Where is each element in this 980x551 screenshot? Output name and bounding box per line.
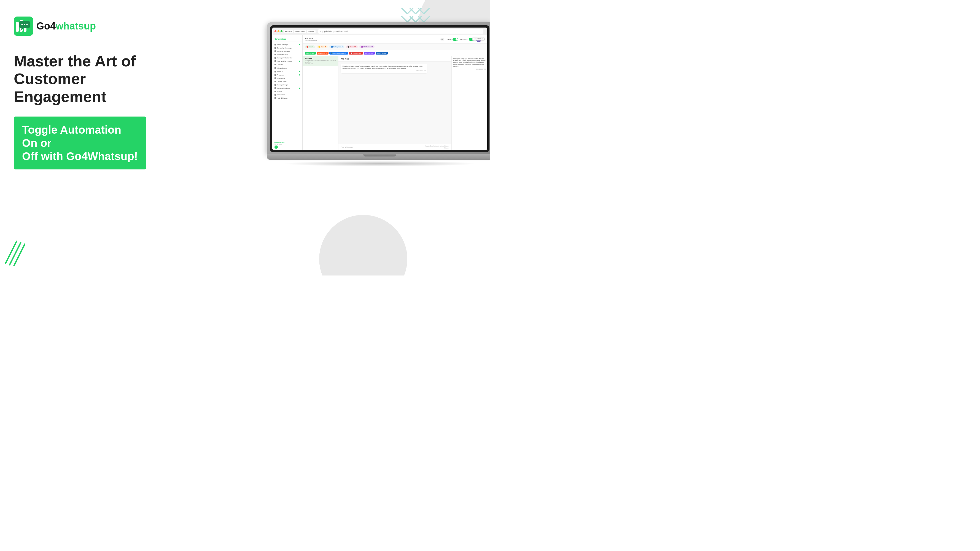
help-icon [275,97,276,99]
stripes-decoration [3,238,25,267]
logo-icon [14,16,33,36]
sidebar-item-campaign[interactable]: Campaign Message [272,46,302,49]
browser-tab[interactable]: Various admin [294,30,306,33]
template-icon [275,51,276,52]
profile-icon [275,91,276,92]
laptop-base [267,154,490,160]
logo-text: Go4whatsup [37,21,96,32]
sidebar-item-contact[interactable]: Contact Us [272,93,302,97]
sidebar-item-chatbot[interactable]: Chatbot [272,63,302,66]
laptop-screen: Alert Logs Various admin Stay with app.g… [272,27,487,150]
browser-chrome: Alert Logs Various admin Stay with app.g… [272,27,487,35]
chatbot-toggle[interactable]: Chatbot [446,38,458,41]
cta-banner: Toggle Automation On or Off with Go4What… [14,116,146,170]
sidebar-brand: Go4whatsup [275,38,300,40]
browser-maximize-dot[interactable] [280,30,283,32]
package-icon [275,87,276,89]
chat-item-anu[interactable]: Anu Mam Description is any type of commu… [302,56,338,66]
status-closed[interactable]: ⚫ Closed 0 [346,46,358,48]
sidebar-item-help[interactable]: Help & Support [272,97,302,100]
sidebar-dot [299,87,300,89]
sidebar-item-integrations[interactable]: Integrations ▾ [272,66,302,70]
laptop-lid: Alert Logs Various admin Stay with app.g… [267,22,490,154]
toggle-knob [455,38,458,41]
topbar-username: anu mam [305,38,317,40]
sales-icon [275,71,276,73]
tab-facebook[interactable]: 📘 Facebook Leads ✕ [329,52,348,54]
tab-testimonials[interactable]: 📋 Testimonials [349,52,363,54]
chat-input-placeholder[interactable]: Type a Message [340,146,425,148]
browser-tabs: Alert Logs Various admin Stay with [283,30,315,33]
chat-messages: Description is any type of communication… [339,62,452,144]
right-panel-description: Description is any type of communication… [453,58,485,68]
browser-tab[interactable]: Stay with [307,30,315,33]
browser-tab[interactable]: Alert Logs [283,30,293,33]
svg-rect-4 [16,22,19,32]
app-main: anu mam +918000997444 IM Chatbot [302,35,487,150]
sidebar-item-roles[interactable]: Role and Permission [272,59,302,63]
browser-minimize-dot[interactable] [277,30,280,32]
chat-time: 8/9/2024 2:24 [305,63,336,65]
tab-in-progress[interactable]: In Progress [364,52,375,54]
loyalty-icon [275,81,276,83]
chat-preview: Description is any type of communication… [305,59,336,63]
topbar-badge: IM [441,38,444,41]
sidebar-dot [299,44,300,45]
tab-chatbot[interactable]: Chatbot Q ✕ [317,52,329,54]
chat-bubble: Description is any type of communication… [340,64,428,73]
roles-icon [275,60,276,62]
ticket-icon [275,44,276,46]
app-chat-area: Anu Mam Description is any type of commu… [302,56,487,150]
sidebar-item-template[interactable]: Manage Template [272,49,302,53]
sidebar-dot [299,60,300,62]
chat-input-bar: Type a Message Activate Go to Settings t… [339,144,452,150]
sidebar-item-sales[interactable]: Sales ▾ [272,70,302,73]
sidebar-item-collaborator[interactable]: Manage Collaborator [272,56,302,59]
laptop-container: Alert Logs Various admin Stay with app.g… [267,22,490,167]
laptop-outer: Alert Logs Various admin Stay with app.g… [267,22,490,167]
chat-list: Anu Mam Description is any type of commu… [302,56,339,150]
contact-icon [275,94,276,95]
sidebar-item-automation[interactable]: Automation [272,76,302,80]
left-content: Go4whatsup Master the Art of Customer En… [14,16,146,170]
collab-icon [275,57,276,59]
chat-right-panel: View Old Chat Description is any type of… [452,56,487,150]
svg-line-0 [5,241,16,264]
status-new[interactable]: 🔴 New 0 [305,46,315,48]
status-open[interactable]: 🟡 Open 0 [317,46,328,48]
sidebar-item-loyalty[interactable]: Loyalty Point [272,80,302,83]
sidebar-brand-bottom: Go4whatsup Go4whatsup ✓ [275,141,285,149]
laptop-screen-bezel: Alert Logs Various admin Stay with app.g… [270,25,490,152]
topbar-phone: +918000997444 [305,40,317,41]
chatbot-toggle-switch[interactable] [452,38,458,41]
integrations-icon [275,67,276,69]
sidebar-item-ticket-manager[interactable]: Ticket Manager [272,43,302,46]
campaign-icon [275,47,276,49]
tab-new-leads[interactable]: New Leads [305,52,316,54]
sidebar-dot [299,75,300,76]
laptop-shadow [283,161,476,167]
chatbot-icon [275,64,276,65]
sidebar-item-profile[interactable]: Profile [272,90,302,93]
sidebar-item-group[interactable]: Manage Group [272,53,302,56]
laptop-hinge [363,154,396,157]
browser-close-dot[interactable] [275,30,277,32]
app-statusbar: 🔴 New 0 🟡 Open 0 🔵 [302,43,487,50]
sidebar-item-script[interactable]: Manage Script [272,83,302,86]
status-in-progress[interactable]: 🔵 In Progress 0 [329,46,344,48]
group-icon [275,54,276,56]
sidebar-item-package[interactable]: Manage Package [272,86,302,90]
filter-tabs: New Leads Chatbot Q ✕ 📘 Facebook Leads ✕… [302,50,487,56]
browser-url-bar[interactable]: app.go4whatsup.com/dashboard [318,29,484,33]
svg-line-2 [14,244,25,266]
automation-toggle[interactable]: Automation [460,38,474,41]
chat-main: Anu Mam Description is any type of commu… [339,56,452,150]
right-panel-time: 8/9/2024 3:06 PM [453,68,485,70]
chat-activate-text: Activate Go to Settings to activate Wind… [425,145,449,149]
svg-point-10 [27,24,28,25]
sidebar-item-analytics[interactable]: Analytics [272,73,302,76]
app-sidebar: Go4whatsup Ticket Manager Campaign Messa… [272,35,302,150]
status-not-related[interactable]: 🟣 Not Related 0 [360,46,374,48]
tab-active-scene[interactable]: Active Scene [375,52,388,54]
app-layout: Go4whatsup Ticket Manager Campaign Messa… [272,35,487,150]
